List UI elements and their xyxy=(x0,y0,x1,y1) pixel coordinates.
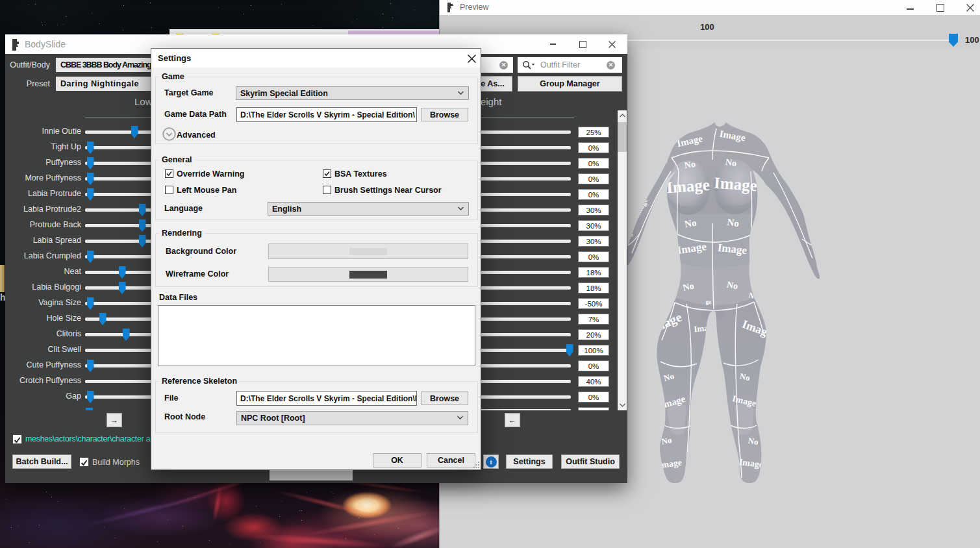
svg-text:ge: ge xyxy=(705,299,711,306)
svg-text:No: No xyxy=(651,289,664,302)
svg-text:No: No xyxy=(684,218,697,230)
svg-text:No: No xyxy=(660,435,672,447)
svg-text:No: No xyxy=(817,257,826,266)
svg-text:Image: Image xyxy=(713,174,757,195)
svg-text:No: No xyxy=(726,280,738,292)
svg-text:No: No xyxy=(725,157,737,168)
svg-text:Image: Image xyxy=(666,176,710,197)
svg-text:No: No xyxy=(684,159,696,170)
svg-text:No: No xyxy=(794,182,805,194)
svg-text:No: No xyxy=(748,436,759,447)
svg-text:Image: Image xyxy=(776,151,796,174)
svg-text:Image: Image xyxy=(694,323,717,334)
svg-text:No: No xyxy=(726,217,739,229)
